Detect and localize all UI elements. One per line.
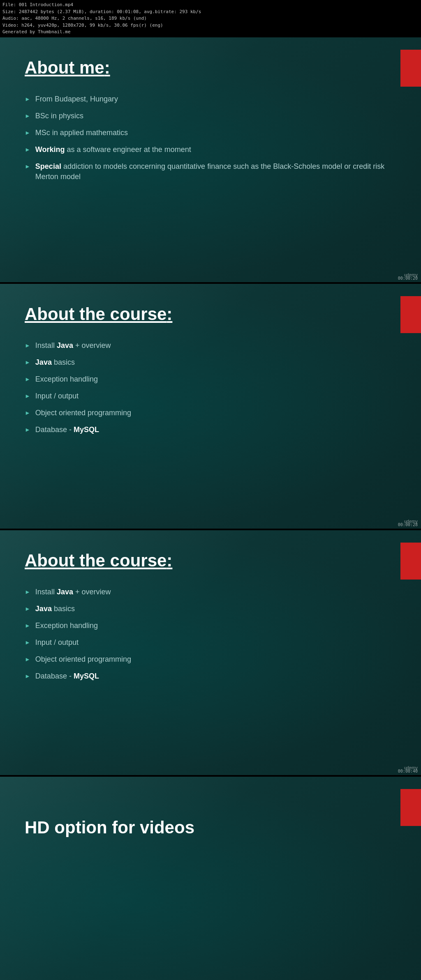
bullet-arrow-icon: ► [25, 342, 30, 350]
bullet-text: Install Java + overview [35, 587, 111, 597]
bullet-arrow-icon: ► [25, 639, 30, 647]
bullet-text: Java basics [35, 357, 75, 368]
list-item: ► BSc in physics [25, 111, 396, 121]
list-item: ► MSc in applied mathematics [25, 128, 396, 138]
bullet-text: Object oriented programming [35, 654, 131, 665]
list-item: ► Exception handling [25, 374, 396, 384]
bullet-text: Database - MySQL [35, 425, 99, 435]
slide2-title: About the course: [25, 304, 396, 324]
bullet-text: BSc in physics [35, 111, 83, 121]
bullet-arrow-icon: ► [25, 112, 30, 120]
bullet-arrow-icon: ► [25, 672, 30, 681]
slide-about-course-1: About the course: ► Install Java + overv… [0, 284, 421, 529]
bullet-arrow-icon: ► [25, 375, 30, 384]
bullet-arrow-icon: ► [25, 392, 30, 400]
bullet-text: Database - MySQL [35, 671, 99, 681]
slide3-title: About the course: [25, 551, 396, 571]
bullet-arrow-icon: ► [25, 163, 30, 171]
file-info-bar: File: 001 Introduction.mp4 Size: 2487442… [0, 0, 421, 37]
file-info-line1: File: 001 Introduction.mp4 [2, 2, 419, 9]
file-info-line5: Generated by Thumbnail.me [2, 29, 419, 36]
bullet-arrow-icon: ► [25, 95, 30, 104]
file-info-line2: Size: 2487442 bytes (2.37 MiB), duration… [2, 9, 419, 16]
list-item: ► Exception handling [25, 621, 396, 631]
bullet-arrow-icon: ► [25, 409, 30, 417]
list-item: ► Install Java + overview [25, 587, 396, 597]
list-item: ► From Budapest, Hungary [25, 94, 396, 104]
timestamp-1: 00:00:20 [398, 276, 418, 281]
list-item: ► Database - MySQL [25, 425, 396, 435]
bullet-arrow-icon: ► [25, 605, 30, 613]
bullet-text: Special addiction to models concerning q… [35, 161, 396, 182]
list-item: ► Object oriented programming [25, 408, 396, 418]
list-item: ► Input / output [25, 637, 396, 648]
list-item: ► Object oriented programming [25, 654, 396, 665]
red-accent-3 [400, 543, 421, 580]
file-info-line3: Audio: aac, 48000 Hz, 2 channels, s16, 1… [2, 15, 419, 22]
bullet-arrow-icon: ► [25, 146, 30, 154]
bullet-text: Java basics [35, 604, 75, 614]
list-item: ► Java basics [25, 604, 396, 614]
list-item: ► Java basics [25, 357, 396, 368]
slide1-bullets: ► From Budapest, Hungary ► BSc in physic… [25, 94, 396, 189]
red-accent-4 [400, 789, 421, 826]
slide-hd-option: HD option for videos udemy 00:01:00 [0, 777, 421, 980]
bullet-arrow-icon: ► [25, 622, 30, 630]
bullet-text: Input / output [35, 637, 79, 648]
bullet-arrow-icon: ► [25, 129, 30, 137]
slide-about-course-2: About the course: ► Install Java + overv… [0, 530, 421, 775]
bullet-text: From Budapest, Hungary [35, 94, 118, 104]
slide2-bullets: ► Install Java + overview ► Java basics … [25, 340, 396, 442]
bullet-text: Exception handling [35, 621, 98, 631]
bullet-arrow-icon: ► [25, 656, 30, 664]
slide1-colon: : [104, 58, 110, 77]
slide-about-me: About me: ► From Budapest, Hungary ► BSc… [0, 37, 421, 282]
bullet-arrow-icon: ► [25, 426, 30, 434]
list-item: ► Install Java + overview [25, 340, 396, 351]
red-accent-2 [400, 296, 421, 333]
red-accent-1 [400, 50, 421, 87]
slide3-bullets: ► Install Java + overview ► Java basics … [25, 587, 396, 688]
bullet-text: Exception handling [35, 374, 98, 384]
bullet-arrow-icon: ► [25, 588, 30, 596]
bullet-text: Install Java + overview [35, 340, 111, 351]
bullet-text: Input / output [35, 391, 79, 401]
list-item: ► Special addiction to models concerning… [25, 161, 396, 182]
list-item: ► Working as a software engineer at the … [25, 145, 396, 155]
bullet-arrow-icon: ► [25, 359, 30, 367]
slide1-title: About me: [25, 58, 396, 78]
bullet-text: Working as a software engineer at the mo… [35, 145, 191, 155]
slide4-title: HD option for videos [25, 818, 396, 837]
timestamp-3: 00:00:40 [398, 769, 418, 773]
file-info-line4: Video: h264, yuv420p, 1280x720, 99 kb/s,… [2, 22, 419, 29]
bullet-text: Object oriented programming [35, 408, 131, 418]
bullet-text: MSc in applied mathematics [35, 128, 128, 138]
timestamp-2: 00:00:28 [398, 522, 418, 527]
list-item: ► Database - MySQL [25, 671, 396, 681]
list-item: ► Input / output [25, 391, 396, 401]
